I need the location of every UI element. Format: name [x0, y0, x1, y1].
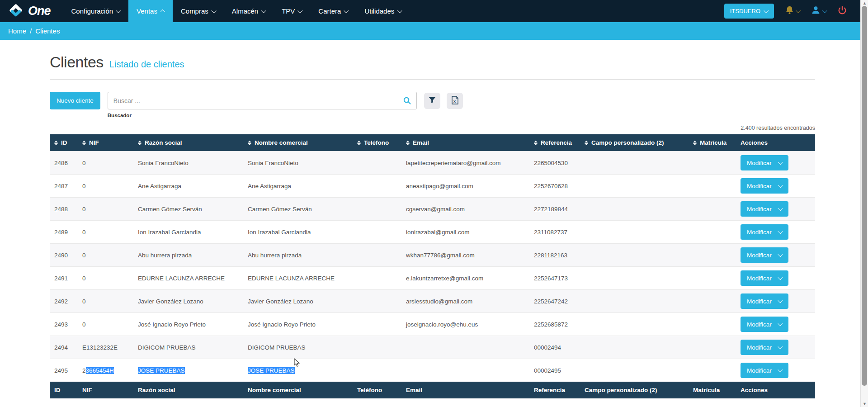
column-header-referencia[interactable]: Referencia [529, 134, 580, 151]
nav-item-compras[interactable]: Compras [173, 0, 224, 22]
search-input[interactable] [108, 92, 417, 109]
cell-campo_personalizado [580, 198, 689, 221]
breadcrumb-home-link[interactable]: Home [8, 27, 26, 35]
nav-item-configuracion[interactable]: Configuración [63, 0, 129, 22]
cell-acciones: Modificar [736, 221, 815, 244]
cell-campo_personalizado [580, 244, 689, 267]
top-navbar: One ConfiguraciónVentasComprasAlmacénTPV… [0, 0, 868, 22]
nav-item-cartera[interactable]: Cartera [310, 0, 356, 22]
modify-button[interactable]: Modificar [741, 155, 788, 170]
sort-arrows-icon [585, 141, 588, 145]
scroll-down-arrow-icon[interactable]: ▼ [861, 401, 868, 407]
company-selector-label: ITSDUERO [730, 8, 760, 14]
modify-button[interactable]: Modificar [741, 224, 788, 240]
column-header-nif[interactable]: NIF [78, 134, 133, 151]
cell-email: joseignacio.royo@ehu.eus [401, 313, 529, 336]
scroll-up-arrow-icon[interactable]: ▲ [861, 0, 868, 6]
cell-referencia: 2252647242 [529, 290, 580, 313]
cell-email: lapetitecreperiemataro@gmail.com [401, 151, 529, 175]
cell-nif: 0 [78, 267, 133, 290]
cell-acciones: Modificar [736, 313, 815, 336]
cell-matricula [689, 336, 736, 359]
modify-button[interactable]: Modificar [741, 178, 788, 194]
modify-button-label: Modificar [747, 344, 772, 351]
vertical-scrollbar[interactable]: ▲ ▼ [860, 0, 868, 407]
notifications-menu[interactable] [785, 5, 800, 17]
cell-id: 2493 [50, 313, 78, 336]
footer-column-email: Email [401, 382, 529, 398]
table-row: 24880Carmen Gómez ServánCarmen Gómez Ser… [50, 198, 815, 221]
chevron-down-icon [298, 8, 303, 13]
column-header-razon-social[interactable]: Razón social [133, 134, 243, 151]
footer-column-campo-personalizado-2: Campo personalizado (2) [580, 382, 689, 398]
svg-text:x: x [453, 99, 456, 104]
selected-text: JOSE PRUEBAS [138, 367, 185, 374]
cell-id: 2490 [50, 244, 78, 267]
chevron-down-icon [397, 8, 402, 13]
cell-id: 2489 [50, 221, 78, 244]
cell-nif: 0 [78, 175, 133, 198]
cell-nombre_comercial: JOSE PRUEBAS [243, 359, 353, 382]
chevron-down-icon [211, 8, 216, 13]
column-header-email[interactable]: Email [401, 134, 529, 151]
main-menu: ConfiguraciónVentasComprasAlmacénTPVCart… [63, 0, 410, 22]
modify-button[interactable]: Modificar [741, 270, 788, 286]
filter-button[interactable] [424, 93, 440, 109]
new-client-button[interactable]: Nuevo cliente [50, 92, 100, 109]
column-header-matricula[interactable]: Matrícula [689, 134, 736, 151]
clients-table: IDNIFRazón socialNombre comercialTeléfon… [50, 134, 815, 398]
company-selector-button[interactable]: ITSDUERO [724, 4, 774, 19]
table-row: 24910EDURNE LACUNZA ARRECHEEDURNE LACUNZ… [50, 267, 815, 290]
nav-item-almacen[interactable]: Almacén [224, 0, 274, 22]
modify-button[interactable]: Modificar [741, 293, 788, 309]
nav-item-label: TPV [282, 7, 295, 15]
column-header-telefono[interactable]: Teléfono [353, 134, 401, 151]
account-menu[interactable] [811, 5, 826, 17]
sort-arrows-icon [54, 141, 58, 145]
cell-telefono [353, 175, 401, 198]
cell-campo_personalizado [580, 313, 689, 336]
modify-button[interactable]: Modificar [741, 363, 788, 378]
cell-matricula [689, 313, 736, 336]
brand[interactable]: One [0, 0, 63, 22]
column-header-id[interactable]: ID [50, 134, 78, 151]
selected-text: 3665454H [86, 367, 114, 374]
scrollbar-thumb[interactable] [862, 6, 867, 386]
user-icon [811, 5, 821, 17]
footer-column-nombre-comercial: Nombre comercial [243, 382, 353, 398]
modify-button-label: Modificar [747, 298, 772, 305]
search-icon[interactable] [403, 96, 411, 107]
modify-button[interactable]: Modificar [741, 201, 788, 217]
cell-acciones: Modificar [736, 244, 815, 267]
breadcrumb-separator: / [30, 27, 32, 35]
nav-item-utilidades[interactable]: Utilidades [356, 0, 410, 22]
cell-razon_social: José Ignacio Royo Prieto [133, 313, 243, 336]
logout-button[interactable] [837, 5, 847, 17]
nav-item-ventas[interactable]: Ventas [128, 0, 173, 22]
cell-nif: 0 [78, 198, 133, 221]
sort-arrows-icon [534, 141, 538, 145]
footer-column-nif: NIF [78, 382, 133, 398]
chevron-down-icon [778, 344, 783, 349]
footer-column-telefono: Teléfono [353, 382, 401, 398]
cell-campo_personalizado [580, 359, 689, 382]
cell-email: wkhan77786@gmail.com [401, 244, 529, 267]
modify-button[interactable]: Modificar [741, 340, 788, 355]
cell-id: 2494 [50, 336, 78, 359]
cell-acciones: Modificar [736, 198, 815, 221]
cell-id: 2495 [50, 359, 78, 382]
column-header-nombre-comercial[interactable]: Nombre comercial [243, 134, 353, 151]
modify-button[interactable]: Modificar [741, 317, 788, 332]
breadcrumb-current[interactable]: Clientes [35, 27, 60, 35]
modify-button[interactable]: Modificar [741, 247, 788, 263]
chevron-down-icon [778, 275, 783, 280]
cell-matricula [689, 151, 736, 175]
footer-column-referencia: Referencia [529, 382, 580, 398]
cell-referencia: 2272189844 [529, 198, 580, 221]
chevron-down-icon [116, 8, 121, 13]
export-excel-button[interactable]: x [447, 93, 463, 109]
cell-referencia: 2265004530 [529, 151, 580, 175]
chevron-down-icon [344, 8, 349, 13]
nav-item-tpv[interactable]: TPV [274, 0, 310, 22]
column-header-campo-personalizado-2[interactable]: Campo personalizado (2) [580, 134, 689, 151]
